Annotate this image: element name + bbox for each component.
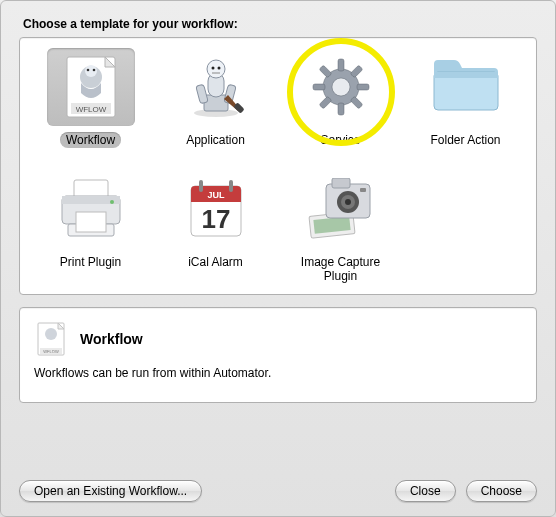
template-grid-panel: WFLOW Workflow [19,37,537,295]
template-item-service[interactable]: Service [278,48,403,148]
calendar-icon: JUL 17 [172,170,260,248]
svg-point-50 [345,199,351,205]
svg-point-54 [45,328,57,340]
svg-point-4 [86,69,89,72]
template-item-print-plugin[interactable]: Print Plugin [28,170,153,284]
dialog-header: Choose a template for your workflow: [23,17,537,31]
svg-rect-51 [360,188,366,192]
info-title: Workflow [80,331,143,347]
template-label: Workflow [60,132,121,148]
svg-rect-30 [434,72,498,78]
svg-rect-21 [338,59,344,71]
template-item-ical-alarm[interactable]: JUL 17 iCal Alarm [153,170,278,284]
template-label: Print Plugin [54,254,127,270]
template-chooser-dialog: Choose a template for your workflow: WFL [0,0,556,517]
service-icon [297,48,385,126]
svg-text:17: 17 [201,204,230,234]
choose-button[interactable]: Choose [466,480,537,502]
template-item-workflow[interactable]: WFLOW Workflow [28,48,153,148]
open-existing-button[interactable]: Open an Existing Workflow... [19,480,202,502]
svg-rect-35 [76,212,106,232]
svg-rect-15 [195,84,207,103]
template-label: iCal Alarm [182,254,249,270]
camera-icon [297,170,385,248]
svg-rect-31 [74,180,108,198]
svg-text:WFLOW: WFLOW [43,349,59,354]
svg-text:JUL: JUL [207,190,225,200]
svg-point-20 [332,78,350,96]
svg-point-11 [207,60,225,78]
template-item-folder-action[interactable]: Folder Action [403,48,528,148]
svg-rect-47 [332,178,350,188]
template-label: Application [180,132,251,148]
workflow-icon: WFLOW [47,48,135,126]
svg-rect-41 [229,180,233,192]
svg-point-36 [110,200,114,204]
svg-point-3 [85,65,97,77]
svg-rect-23 [313,84,325,90]
info-panel: WFLOW Workflow Workflows can be run from… [19,307,537,403]
template-item-application[interactable]: Application [153,48,278,148]
template-label: Folder Action [424,132,506,148]
printer-icon [47,170,135,248]
template-label: Image Capture Plugin [280,254,402,284]
svg-rect-24 [357,84,369,90]
svg-rect-22 [338,103,344,115]
svg-text:WFLOW: WFLOW [75,105,106,114]
dialog-footer: Open an Existing Workflow... Close Choos… [19,466,537,502]
svg-point-13 [217,67,220,70]
svg-rect-40 [199,180,203,192]
folder-icon [422,48,510,126]
close-button[interactable]: Close [395,480,456,502]
template-label: Service [314,132,366,148]
application-icon [172,48,260,126]
svg-point-5 [92,69,95,72]
template-item-image-capture-plugin[interactable]: Image Capture Plugin [278,170,403,284]
svg-point-12 [211,67,214,70]
info-description: Workflows can be run from within Automat… [34,366,522,380]
workflow-mini-icon: WFLOW [34,322,68,356]
